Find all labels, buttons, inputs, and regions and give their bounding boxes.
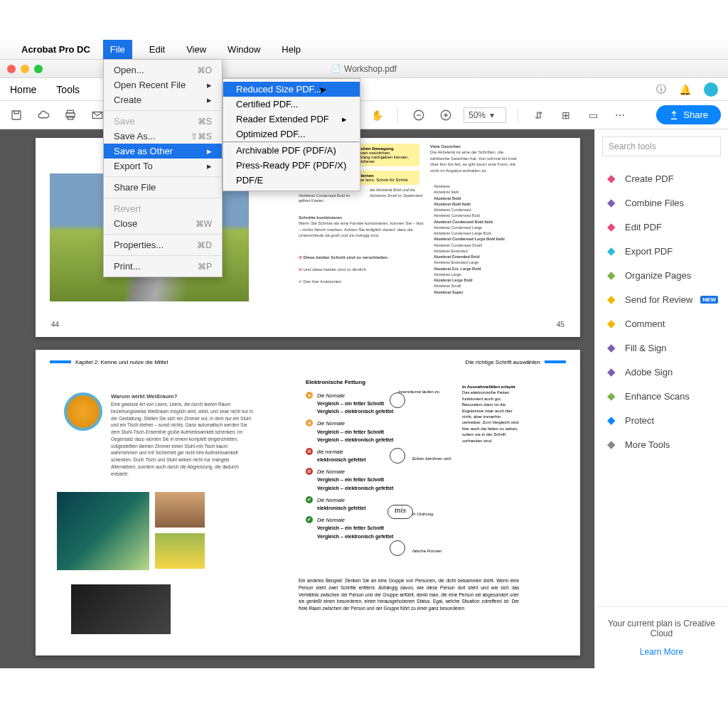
read-mode-icon[interactable]: ▭ — [584, 106, 602, 124]
fit-page-icon[interactable]: ⊞ — [557, 106, 575, 124]
comment-icon: ◆ — [605, 317, 618, 330]
tool-combine-files[interactable]: ◆Combine Files — [595, 191, 728, 215]
edit-pdf-icon: ◆ — [605, 220, 618, 233]
menu-file[interactable]: File — [103, 40, 132, 59]
fit-width-icon[interactable]: ⇵ — [530, 106, 548, 124]
protect-icon: ◆ — [605, 414, 618, 427]
app-name[interactable]: Acrobat Pro DC — [21, 44, 90, 55]
mi-save-as-other[interactable]: Save as Other▸ — [104, 144, 222, 159]
mi-share-file[interactable]: Share File — [104, 180, 222, 195]
mi-open[interactable]: Open...⌘O — [104, 63, 222, 77]
tool-adobe-sign[interactable]: ◆Adobe Sign — [595, 360, 728, 384]
tool-protect[interactable]: ◆Protect — [595, 408, 728, 432]
pdf-icon: 📄 — [331, 64, 341, 73]
cloud-icon[interactable] — [34, 106, 53, 124]
file-menu-dropdown: Open...⌘O Open Recent File▸ Create▸ Save… — [103, 59, 223, 277]
enhance-scans-icon: ◆ — [605, 390, 618, 402]
tool-enhance-scans[interactable]: ◆Enhance Scans — [595, 384, 728, 408]
seal-badge — [64, 392, 102, 431]
mi-optimized[interactable]: Optimized PDF... — [223, 127, 360, 141]
tool-organize-pages[interactable]: ◆Organize Pages — [595, 263, 728, 287]
tool-send-review[interactable]: ◆Send for ReviewNEW — [595, 287, 728, 311]
close-icon[interactable] — [7, 65, 16, 73]
tab-tools[interactable]: Tools — [56, 84, 80, 95]
menu-window[interactable]: Window — [223, 42, 264, 57]
zoom-icon[interactable] — [34, 65, 43, 73]
zoom-in-icon[interactable] — [437, 106, 455, 124]
mi-reader-extended[interactable]: Reader Extended PDF▸ — [223, 112, 360, 127]
mi-properties[interactable]: Properties...⌘D — [104, 237, 222, 252]
combine-files-icon: ◆ — [605, 196, 618, 209]
mi-save-as[interactable]: Save As...⇧⌘S — [104, 129, 222, 144]
mi-close[interactable]: Close⌘W — [104, 216, 222, 231]
save-as-other-submenu: Reduced Size PDF... Certified PDF... Rea… — [223, 78, 360, 191]
learn-more-link[interactable]: Learn More — [602, 647, 721, 657]
mi-open-recent[interactable]: Open Recent File▸ — [104, 77, 222, 92]
tool-fill-sign[interactable]: ◆Fill & Sign — [595, 336, 728, 360]
mi-revert: Revert — [104, 201, 222, 216]
macos-menubar: Acrobat Pro DC File Edit View Window Hel… — [0, 40, 728, 60]
document-pane[interactable]: 44 45 Kinder brauchen BewegungKinder, di… — [0, 129, 594, 668]
svg-rect-3 — [68, 116, 73, 119]
page-spread: Kapitel 2: Kenne und nutze die Mittel Di… — [36, 350, 580, 655]
adobe-sign-icon: ◆ — [605, 365, 618, 378]
organize-pages-icon: ◆ — [605, 269, 618, 282]
menu-edit[interactable]: Edit — [145, 42, 169, 57]
hand-tool-icon[interactable]: ✋ — [368, 106, 386, 124]
mi-archivable[interactable]: Archivable PDF (PDF/A) — [223, 143, 360, 158]
book-image — [71, 584, 171, 634]
save-icon[interactable] — [7, 106, 26, 124]
menu-help[interactable]: Help — [277, 42, 305, 57]
zoom-out-icon[interactable] — [410, 106, 428, 124]
mi-reduced-size[interactable]: Reduced Size PDF... — [223, 82, 360, 97]
search-tools-input[interactable]: Search tools — [602, 136, 721, 156]
cursor-icon: ➤ — [318, 83, 328, 96]
menu-view[interactable]: View — [182, 42, 210, 57]
mi-print[interactable]: Print...⌘P — [104, 259, 222, 274]
share-button[interactable]: Share — [656, 105, 721, 124]
plan-text: Your current plan is Creative Cloud — [608, 619, 715, 638]
mi-certified[interactable]: Certified PDF... — [223, 97, 360, 112]
print-icon[interactable] — [61, 106, 80, 124]
fill-sign-icon: ◆ — [605, 341, 618, 354]
zoom-select[interactable]: 50%▾ — [464, 107, 506, 123]
export-pdf-icon: ◆ — [605, 245, 618, 257]
mi-press-ready[interactable]: Press-Ready PDF (PDF/X) — [223, 158, 360, 173]
tool-edit-pdf[interactable]: ◆Edit PDF — [595, 215, 728, 239]
create-pdf-icon: ◆ — [605, 172, 618, 185]
tool-export-pdf[interactable]: ◆Export PDF — [595, 239, 728, 263]
tools-sidepanel: Search tools ◆Create PDF◆Combine Files◆E… — [594, 129, 728, 668]
window-title: Workshop.pdf — [344, 64, 397, 74]
help-icon[interactable]: ⓘ — [656, 83, 666, 96]
tab-home[interactable]: Home — [10, 84, 36, 95]
tool-more-tools[interactable]: ◆More Tools — [595, 432, 728, 456]
mi-save: Save⌘S — [104, 114, 222, 129]
new-badge: NEW — [700, 296, 718, 304]
bell-icon[interactable]: 🔔 — [679, 84, 691, 95]
minimize-icon[interactable] — [21, 65, 29, 73]
tool-comment[interactable]: ◆Comment — [595, 311, 728, 336]
more-tools-icon: ◆ — [605, 438, 618, 451]
mi-export-to[interactable]: Export To▸ — [104, 159, 222, 173]
more-icon[interactable]: ⋯ — [611, 106, 629, 124]
send-review-icon: ◆ — [605, 293, 618, 306]
mi-pdfe[interactable]: PDF/E — [223, 173, 360, 188]
tool-create-pdf[interactable]: ◆Create PDF — [595, 166, 728, 191]
avatar[interactable] — [704, 82, 718, 97]
mi-create[interactable]: Create▸ — [104, 92, 222, 107]
svg-rect-0 — [12, 111, 21, 119]
